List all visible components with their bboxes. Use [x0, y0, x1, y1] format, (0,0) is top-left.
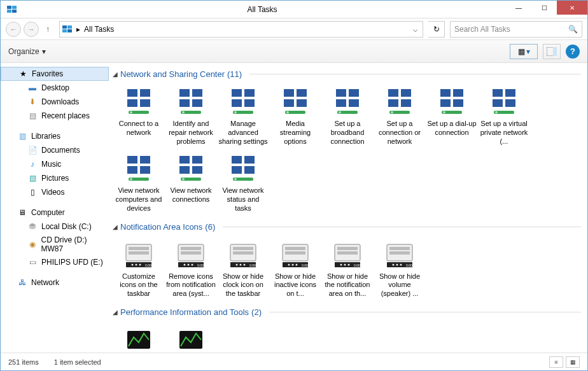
- task-label: Manage advanced sharing settings: [218, 120, 268, 146]
- svg-rect-77: [129, 247, 149, 250]
- notif-task-icon: 0:00: [332, 239, 363, 270]
- status-view-details[interactable]: ≡: [549, 356, 563, 368]
- task-label: Show or hide volume (speaker) ...: [375, 272, 424, 298]
- group-header[interactable]: ◢Network and Sharing Center (11): [113, 66, 581, 84]
- task-label: Set up a virtual private network (...: [479, 120, 529, 146]
- close-button[interactable]: ✕: [557, 1, 587, 15]
- task-item[interactable]: [165, 322, 217, 353]
- svg-point-122: [400, 263, 402, 265]
- task-item[interactable]: [113, 322, 165, 353]
- svg-rect-22: [232, 89, 242, 97]
- task-item[interactable]: 0:00Customize icons on the taskbar: [113, 237, 165, 304]
- sidebar-libraries[interactable]: ▥Libraries: [1, 129, 109, 143]
- task-item[interactable]: Set up a connection or network: [374, 84, 426, 151]
- net-task-icon: [228, 87, 258, 117]
- task-label: Connect to a network: [114, 120, 164, 137]
- sidebar-item-local-disk[interactable]: ⛃Local Disk (C:): [1, 220, 109, 234]
- task-item[interactable]: Set up a broadband connection: [321, 84, 374, 151]
- group-header[interactable]: ◢Notification Area Icons (6): [113, 218, 581, 237]
- up-button[interactable]: ↑: [41, 23, 54, 36]
- minimize-button[interactable]: —: [506, 1, 531, 15]
- help-button[interactable]: ?: [566, 45, 580, 59]
- grid-icon: ▦: [518, 47, 525, 56]
- forward-button[interactable]: →: [24, 22, 39, 37]
- preview-pane-button[interactable]: [543, 44, 561, 59]
- sidebar-item-documents[interactable]: 📄Documents: [1, 143, 109, 157]
- sidebar-item-desktop[interactable]: ▬Desktop: [1, 81, 109, 95]
- item-grid: 0:00Customize icons on the taskbar0:00Re…: [113, 237, 581, 304]
- sidebar-computer[interactable]: 🖥Computer: [1, 206, 109, 220]
- status-selection: 1 item selected: [54, 358, 101, 366]
- svg-rect-13: [140, 99, 150, 107]
- svg-rect-42: [388, 99, 398, 107]
- svg-rect-64: [179, 156, 190, 164]
- chevron-down-icon: ▾: [526, 47, 530, 56]
- svg-rect-35: [349, 89, 359, 97]
- svg-point-75: [234, 178, 237, 181]
- search-box[interactable]: 🔍: [450, 21, 582, 38]
- sidebar-item-recent[interactable]: ▤Recent places: [1, 109, 109, 123]
- explorer-window: All Tasks — ☐ ✕ ← → ↑ ▸ All Tasks ⌵ ↻ 🔍 …: [0, 0, 588, 371]
- svg-rect-12: [127, 99, 137, 107]
- sidebar-item-usb-drive[interactable]: ▭PHILIPS UFD (E:): [1, 255, 109, 269]
- svg-point-114: [348, 263, 350, 265]
- task-item[interactable]: Set up a dial-up connection: [426, 84, 478, 151]
- sidebar-label: Network: [31, 278, 59, 287]
- sidebar-favorites[interactable]: ★ Favorites: [1, 67, 109, 81]
- svg-point-98: [244, 263, 246, 265]
- task-item[interactable]: View network computers and devices: [113, 151, 165, 218]
- sidebar-item-pictures[interactable]: ▧Pictures: [1, 171, 109, 185]
- task-item[interactable]: 0:00Remove icons from notification area …: [165, 237, 217, 304]
- view-mode-button[interactable]: ▦ ▾: [510, 44, 538, 59]
- sidebar-item-videos[interactable]: ▯Videos: [1, 185, 109, 199]
- organize-button[interactable]: Organize ▾: [8, 47, 46, 56]
- breadcrumb[interactable]: All Tasks: [84, 25, 114, 34]
- net-task-icon: [437, 87, 467, 117]
- group-header[interactable]: ◢Performance Information and Tools (2): [113, 304, 581, 322]
- sidebar-item-label: CD Drive (D:) MW87: [41, 235, 109, 253]
- task-item[interactable]: Set up a virtual private network (...: [478, 84, 530, 151]
- item-grid: [113, 322, 581, 353]
- svg-rect-60: [127, 166, 137, 174]
- task-item[interactable]: Media streaming options: [269, 84, 321, 151]
- address-bar[interactable]: ▸ All Tasks ⌵: [59, 21, 423, 38]
- sidebar-item-downloads[interactable]: ⬇Downloads: [1, 95, 109, 109]
- status-view-icons[interactable]: ▦: [566, 356, 580, 368]
- nav-bar: ← → ↑ ▸ All Tasks ⌵ ↻ 🔍: [1, 18, 587, 40]
- task-item[interactable]: 0:00Show or hide volume (speaker) ...: [374, 237, 426, 304]
- svg-rect-28: [284, 89, 294, 97]
- search-input[interactable]: [454, 25, 568, 34]
- task-item[interactable]: 0:00Show or hide the notification area o…: [321, 237, 374, 304]
- sidebar-item-label: Videos: [41, 188, 64, 197]
- task-item[interactable]: View network status and tasks: [217, 151, 269, 218]
- refresh-button[interactable]: ↻: [428, 21, 445, 38]
- svg-text:0:00: 0:00: [354, 263, 360, 267]
- sidebar-item-label: Recent places: [41, 111, 90, 120]
- svg-rect-11: [140, 89, 150, 97]
- window-controls: — ☐ ✕: [506, 1, 587, 18]
- svg-rect-94: [233, 251, 253, 255]
- sidebar-network[interactable]: 🖧Network: [1, 276, 109, 290]
- address-dropdown[interactable]: ⌵: [410, 25, 420, 34]
- task-item[interactable]: Identify and repair network problems: [165, 84, 217, 151]
- notif-task-icon: 0:00: [228, 239, 258, 270]
- svg-point-27: [234, 111, 237, 114]
- task-item[interactable]: Connect to a network: [113, 84, 165, 151]
- task-item[interactable]: 0:00Show or hide clock icon on the taskb…: [217, 237, 269, 304]
- network-icon: 🖧: [17, 277, 27, 288]
- svg-point-97: [240, 263, 242, 265]
- svg-point-105: [292, 263, 294, 265]
- back-button[interactable]: ←: [6, 22, 21, 37]
- svg-point-80: [132, 263, 134, 265]
- sidebar-item-label: Desktop: [41, 83, 69, 92]
- task-item[interactable]: 0:00Show or hide inactive icons on t...: [269, 237, 321, 304]
- task-item[interactable]: Manage advanced sharing settings: [217, 84, 269, 151]
- svg-rect-70: [232, 156, 242, 164]
- sidebar-item-cd-drive[interactable]: ◉CD Drive (D:) MW87: [1, 234, 109, 255]
- sidebar-item-music[interactable]: ♪Music: [1, 157, 109, 171]
- cd-icon: ◉: [27, 239, 37, 249]
- maximize-button[interactable]: ☐: [531, 1, 557, 15]
- svg-rect-31: [297, 99, 307, 107]
- task-item[interactable]: View network connections: [165, 151, 217, 218]
- svg-rect-9: [553, 47, 557, 56]
